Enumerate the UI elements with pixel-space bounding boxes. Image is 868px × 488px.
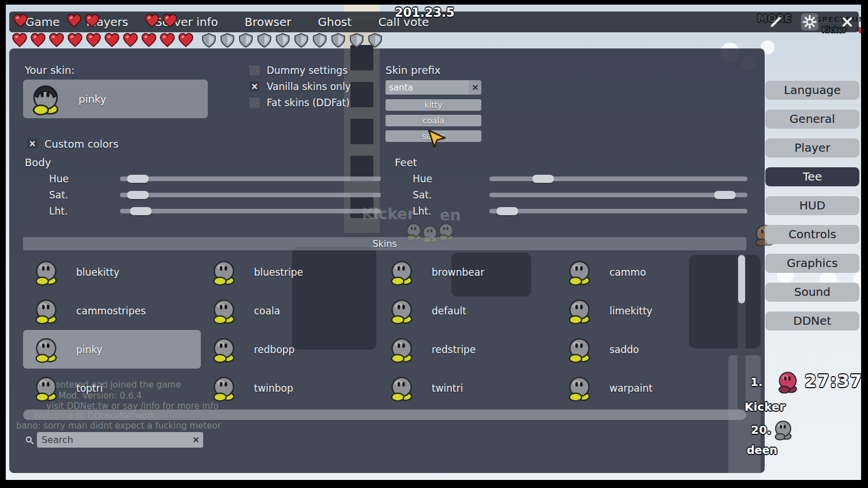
race-rank-1: 1. (750, 375, 763, 389)
letterbox-top (0, 0, 868, 5)
cursor-arrow (426, 128, 449, 151)
letterbox-bottom (0, 480, 868, 488)
race-rank-2: 20. (751, 423, 771, 437)
screen: Kicker en entered and joined the gamek M… (0, 0, 868, 488)
tee-icon (776, 370, 800, 394)
tee-icon (772, 419, 794, 441)
race-time: 27:37 (805, 371, 863, 391)
letterbox-left (0, 0, 6, 488)
race-player-1: Kicker (744, 400, 785, 414)
game-hud: 1. 27:37 Kicker 20. deen (0, 0, 868, 488)
race-player-2: deen (747, 444, 777, 456)
letterbox-right (861, 0, 868, 488)
